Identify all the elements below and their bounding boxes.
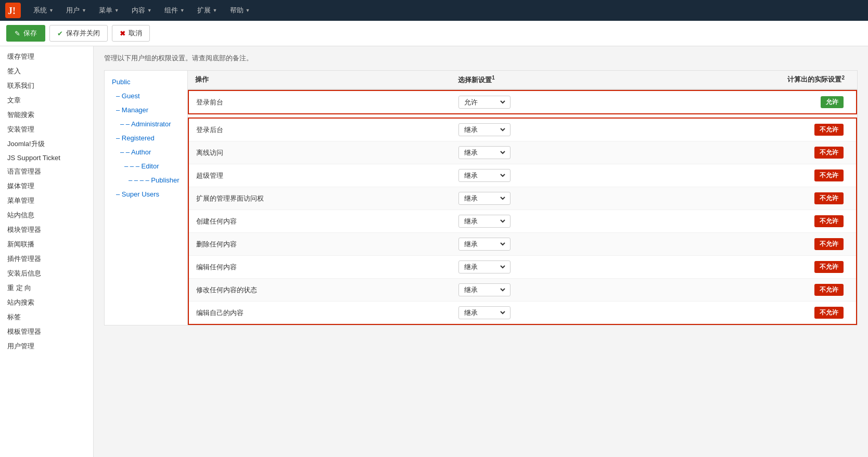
sidebar-item-smart-search[interactable]: 智能搜索 bbox=[0, 108, 93, 122]
permissions-header: 操作 选择新设置1 计算出的实际设置2 bbox=[188, 71, 857, 90]
badge-8: 不允许 bbox=[814, 307, 844, 319]
badge-4: 不允许 bbox=[814, 215, 844, 227]
perm-first-row-container: 登录前台 允许 继承 拒绝 bbox=[188, 90, 857, 114]
nav-users[interactable]: 用户 ▼ bbox=[61, 3, 92, 18]
header-select: 选择新设置1 bbox=[453, 75, 651, 85]
sidebar-item-plugins[interactable]: 插件管理器 bbox=[0, 252, 93, 266]
perm-row-6: 编辑任何内容 继承允许拒绝 不允许 bbox=[189, 256, 856, 279]
calc-8: 不允许 bbox=[651, 307, 849, 319]
select-input-4[interactable]: 继承允许拒绝 bbox=[462, 217, 507, 226]
sidebar-item-joomla-upgrade[interactable]: Joomla!升级 bbox=[0, 137, 93, 151]
group-superusers[interactable]: – Super Users bbox=[105, 187, 187, 201]
nav-system[interactable]: 系统 ▼ bbox=[28, 3, 59, 18]
checkmark-icon: ✔ bbox=[57, 30, 63, 37]
save-button[interactable]: ✎ 保存 bbox=[6, 25, 45, 42]
nav-components[interactable]: 组件 ▼ bbox=[159, 3, 190, 18]
group-nav: Public – Guest – Manager – – Administrat… bbox=[104, 70, 187, 325]
action-1: 离线访问 bbox=[196, 148, 453, 158]
calc-4: 不允许 bbox=[651, 215, 849, 227]
perm-row-0: 登录后台 继承允许拒绝 不允许 bbox=[189, 119, 856, 141]
content-inner: Public – Guest – Manager – – Administrat… bbox=[104, 70, 858, 325]
save-icon: ✎ bbox=[15, 30, 20, 37]
select-8[interactable]: 继承允许拒绝 bbox=[453, 306, 651, 319]
nav-menus-arrow: ▼ bbox=[114, 8, 119, 13]
cancel-button[interactable]: ✖ 取消 bbox=[112, 25, 150, 42]
select-3[interactable]: 继承允许拒绝 bbox=[453, 192, 651, 205]
action-5: 删除任何内容 bbox=[196, 240, 453, 249]
sidebar-item-search[interactable]: 站内搜索 bbox=[0, 295, 93, 310]
sidebar-item-checkin[interactable]: 签入 bbox=[0, 64, 93, 79]
select-6[interactable]: 继承允许拒绝 bbox=[453, 260, 651, 273]
sidebar-item-media[interactable]: 媒体管理 bbox=[0, 179, 93, 193]
select-1[interactable]: 继承允许拒绝 bbox=[453, 146, 651, 159]
sidebar-item-modules[interactable]: 模块管理器 bbox=[0, 223, 93, 237]
perm-row-5: 删除任何内容 继承允许拒绝 不允许 bbox=[189, 233, 856, 256]
select-0[interactable]: 继承允许拒绝 bbox=[453, 123, 651, 136]
sidebar-item-tags[interactable]: 标签 bbox=[0, 310, 93, 324]
cancel-icon: ✖ bbox=[120, 30, 125, 37]
group-registered[interactable]: – Registered bbox=[105, 131, 187, 145]
nav-content[interactable]: 内容 ▼ bbox=[126, 3, 157, 18]
calc-0: 不允许 bbox=[651, 124, 849, 136]
group-publisher[interactable]: – – – – Publisher bbox=[105, 173, 187, 187]
nav-content-arrow: ▼ bbox=[147, 8, 152, 13]
sidebar-item-templates[interactable]: 模板管理器 bbox=[0, 324, 93, 339]
select-4[interactable]: 继承允许拒绝 bbox=[453, 215, 651, 228]
group-author[interactable]: – – Author bbox=[105, 145, 187, 159]
select-login-front[interactable]: 允许 继承 拒绝 bbox=[453, 96, 651, 109]
badge-allow-login-front: 允许 bbox=[821, 96, 844, 108]
select-5[interactable]: 继承允许拒绝 bbox=[453, 238, 651, 251]
svg-text:J!: J! bbox=[8, 6, 16, 16]
nav-system-arrow: ▼ bbox=[49, 8, 54, 13]
content-area: 管理以下用户组的权限设置。请查阅底部的备注。 Public – Guest – … bbox=[94, 46, 868, 457]
badge-1: 不允许 bbox=[814, 147, 844, 159]
content-description: 管理以下用户组的权限设置。请查阅底部的备注。 bbox=[104, 54, 858, 63]
sidebar-item-menus[interactable]: 菜单管理 bbox=[0, 193, 93, 208]
nav-help[interactable]: 帮助 ▼ bbox=[225, 3, 256, 18]
select-input-5[interactable]: 继承允许拒绝 bbox=[462, 240, 507, 249]
sidebar-item-cache[interactable]: 缓存管理 bbox=[0, 49, 93, 64]
sidebar-item-contacts[interactable]: 联系我们 bbox=[0, 79, 93, 93]
action-7: 修改任何内容的状态 bbox=[196, 285, 453, 295]
group-administrator[interactable]: – – Administrator bbox=[105, 117, 187, 131]
sidebar-item-articles[interactable]: 文章 bbox=[0, 93, 93, 108]
save-close-button[interactable]: ✔ 保存并关闭 bbox=[49, 25, 108, 42]
select-input-3[interactable]: 继承允许拒绝 bbox=[462, 194, 507, 203]
select-input-2[interactable]: 继承允许拒绝 bbox=[462, 171, 507, 180]
perm-row-8: 编辑自己的内容 继承允许拒绝 不允许 bbox=[189, 302, 856, 324]
action-8: 编辑自己的内容 bbox=[196, 308, 453, 318]
sidebar-item-redirect[interactable]: 重 定 向 bbox=[0, 281, 93, 295]
select-input-6[interactable]: 继承允许拒绝 bbox=[462, 263, 507, 271]
sidebar-item-post-install[interactable]: 安装后信息 bbox=[0, 266, 93, 281]
select-7[interactable]: 继承允许拒绝 bbox=[453, 283, 651, 296]
badge-5: 不允许 bbox=[814, 238, 844, 250]
select-input-7[interactable]: 继承允许拒绝 bbox=[462, 285, 507, 294]
perm-row-login-front: 登录前台 允许 继承 拒绝 bbox=[189, 91, 856, 113]
nav-users-arrow: ▼ bbox=[82, 8, 86, 13]
sidebar-item-language[interactable]: 语言管理器 bbox=[0, 164, 93, 179]
badge-0: 不允许 bbox=[814, 124, 844, 136]
sidebar-item-js-support[interactable]: JS Support Ticket bbox=[0, 151, 93, 164]
action-0: 登录后台 bbox=[196, 125, 453, 135]
sidebar-item-install[interactable]: 安装管理 bbox=[0, 122, 93, 137]
calc-5: 不允许 bbox=[651, 238, 849, 250]
nav-extensions[interactable]: 扩展 ▼ bbox=[192, 3, 223, 18]
select-2[interactable]: 继承允许拒绝 bbox=[453, 169, 651, 182]
group-editor[interactable]: – – – Editor bbox=[105, 159, 187, 173]
sidebar-item-newsfeeds[interactable]: 新闻联播 bbox=[0, 237, 93, 252]
calc-login-front: 允许 bbox=[651, 96, 849, 108]
nav-components-arrow: ▼ bbox=[180, 8, 185, 13]
group-public[interactable]: Public bbox=[105, 75, 187, 89]
sidebar-item-messages[interactable]: 站内信息 bbox=[0, 208, 93, 223]
main-layout: 缓存管理 签入 联系我们 文章 智能搜索 安装管理 Joomla!升级 JS S… bbox=[0, 46, 868, 457]
action-2: 超级管理 bbox=[196, 171, 453, 180]
nav-menus[interactable]: 菜单 ▼ bbox=[94, 3, 124, 18]
group-manager[interactable]: – Manager bbox=[105, 103, 187, 117]
group-guest[interactable]: – Guest bbox=[105, 89, 187, 103]
select-input-8[interactable]: 继承允许拒绝 bbox=[462, 308, 507, 317]
sidebar-item-users[interactable]: 用户管理 bbox=[0, 339, 93, 354]
select-input-0[interactable]: 继承允许拒绝 bbox=[462, 125, 507, 134]
select-input-1[interactable]: 继承允许拒绝 bbox=[462, 148, 507, 157]
calc-3: 不允许 bbox=[651, 192, 849, 204]
select-login-front-input[interactable]: 允许 继承 拒绝 bbox=[462, 98, 507, 107]
